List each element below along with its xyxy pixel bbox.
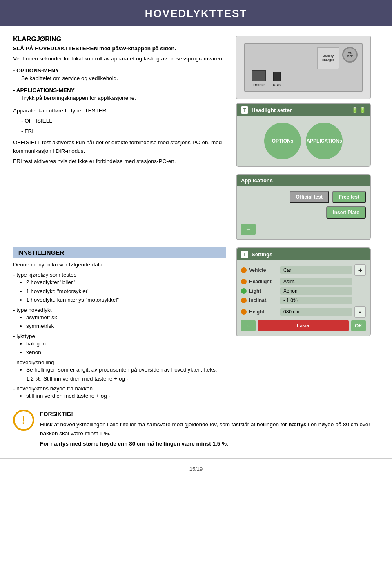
inclinat-indicator [241,298,247,303]
forsiktig-text2: For nærlys med større høyde enn 80 cm må… [40,439,379,448]
type-headlight-label: - type hovedlykt [13,307,226,313]
laser-button[interactable]: Laser [258,320,349,331]
height-bullet-list: still inn verdien med tastene + og -. [26,392,226,401]
settings-titlebar-icon: T [241,251,248,258]
inclinat-label: Inclinat. [249,298,278,303]
applications-screen: Applications Official test Free test Ins… [236,174,371,240]
battery-icon-1: 🔋 [352,107,358,113]
forsiktig-paragraph1: Husk at hovedlykthellingen i alle tilfel… [40,420,379,438]
left-column: KLARGJØRING SLÅ PÅ HOVEDLYKTTESTEREN med… [13,36,226,240]
battery-charger-label: Batterycharger [322,54,334,63]
usb-label: USB [273,83,281,87]
settings-body: Vehicle Car + Headlight Asim. Lig [237,260,370,336]
klargjoring-text1: SLÅ PÅ HOVEDLYKTTESTEREN med på/av-knapp… [13,45,226,53]
insert-plate-button[interactable]: Insert Plate [326,206,366,219]
bullet5: symmetrisk [26,322,226,331]
slope-label: - hovedlyshelling [13,359,226,365]
innstillinger-right: T Settings Vehicle Car + Headlight [236,247,379,401]
headlight-value: Asim. [280,278,352,285]
offisiell-text: OFFISIELL test aktiveres kun når det er … [13,139,226,156]
light-type-label: - lykttype [13,333,226,339]
official-test-button[interactable]: Official test [290,191,329,203]
options-button[interactable]: OPTIONs [264,123,301,159]
height-label: - hovedlyktens høyde fra bakken [13,385,226,392]
bullet2: 1 hovedlykt: "motorsykler" [26,287,226,296]
fri-text: FRI test aktiveres hvis det ikke er forb… [13,157,226,166]
options-menu-text: Se kapittelet om service og vedlikehold. [21,74,226,83]
on-off-button[interactable]: ON OFF [342,47,358,63]
settings-back-button[interactable]: ← [241,320,256,331]
settings-row-height: Height 080 cm - [241,306,366,318]
settings-screen: T Settings Vehicle Car + Headlight [236,247,371,336]
settings-row-headlight: Headlight Asim. [241,278,366,285]
type1-text: - OFFISIELL [21,117,226,125]
battery-charger-box: Batterycharger [317,47,339,69]
applications-menu-text: Trykk på berøringsknappen for applikasjo… [21,94,226,103]
innstillinger-intro: Denne menyen krever følgende data: [13,261,226,269]
device-panel-inner: ON OFF Batterycharger R [244,43,363,92]
type-vehicle-label: - type kjøretøy som testes [13,272,226,278]
free-test-button[interactable]: Free test [332,191,366,203]
applications-menu-item: - APPLICATIONS-MENY [13,87,226,93]
bullet1: 2 hovedlykter "biler" [26,278,226,287]
usb-port-group: USB [273,72,281,87]
settings-titlebar: T Settings [237,248,370,260]
usb-port [273,72,281,81]
headlight-bullet-list: asymmetrisk symmetrisk [26,313,226,331]
page-footer: 15/19 [0,458,392,476]
page-title: HOVEDLYKTTEST [145,7,247,20]
slope-text: Se hellingen som er angitt av produsente… [26,365,226,383]
warning-icon: ! [13,410,34,431]
light-value: Xenon [280,287,352,295]
apparatus-text: Apparatet kan utføre to typer TESTER: [13,107,226,115]
main-top-content: KLARGJØRING SLÅ PÅ HOVEDLYKTTESTEREN med… [0,26,392,240]
height-settings-value: 080 cm [280,308,352,316]
bullet3: 1 hovedlykt, kun nærlys "motorsykkel" [26,296,226,305]
forsiktig-text: FORSIKTIG! Husk at hovedlykthellingen i … [40,410,379,448]
light-indicator [241,288,247,294]
app-titlebar: Applications [237,175,370,186]
on-label: ON [348,52,352,55]
app-back-button[interactable]: ← [241,224,256,235]
light-bullet-list: halogen xenon [26,339,226,357]
app-body: Official test Free test Insert Plate ← [237,186,370,239]
options-menu-item: - OPTIONS-MENY [13,67,226,74]
settings-row-vehicle: Vehicle Car + [241,264,366,276]
headlight-screen-title: Headlight setter [252,107,292,113]
slope-bullet-list: Se hellingen som er angitt av produsente… [26,365,226,383]
height-indicator [241,309,247,315]
applications-button[interactable]: APPLICATIONs [306,123,343,159]
settings-row-inclinat: Inclinat. - 1,0% [241,297,366,304]
settings-footer: ← Laser OK [241,320,366,333]
vehicle-indicator [241,267,247,273]
applications-menu-label: - APPLICATIONS-MENY [13,87,75,93]
rs232-label: RS232 [253,83,265,87]
height-text: still inn verdien med tastene + og -. [26,392,226,401]
vehicle-value: Car [280,266,352,274]
light-label: Light [249,288,278,294]
innstillinger-left: INNSTILLINGER Denne menyen krever følgen… [13,247,226,401]
inclinat-value: - 1,0% [280,297,352,304]
device-panel: ON OFF Batterycharger R [236,36,371,99]
ok-button[interactable]: OK [351,320,366,331]
headlight-titlebar: T Headlight setter 🔋 🔋 [237,104,370,116]
forsiktig-title: FORSIKTIG! [40,410,379,419]
headlight-screen-body: OPTIONs APPLICATIONs [237,116,370,166]
height-minus-button[interactable]: - [354,306,366,318]
klargjoring-text2: Vent noen sekunder for lokal kontroll av… [13,55,226,63]
klargjoring-heading: KLARGJØRING [13,36,226,43]
right-column: ON OFF Batterycharger R [236,36,379,240]
headlight-screen: T Headlight setter 🔋 🔋 OPTIONs APPLICATI… [236,103,371,167]
innstillinger-section: INNSTILLINGER Denne menyen krever følgen… [0,247,392,401]
vehicle-plus-button[interactable]: + [354,264,366,276]
bullet4: asymmetrisk [26,313,226,322]
forsiktig-text1: Husk at hovedlykthellingen i alle tilfel… [40,421,288,428]
rs232-port-group: RS232 [252,70,266,87]
headlight-titlebar-icon: T [241,106,248,114]
headlight-indicator [241,279,247,284]
innstillinger-heading: INNSTILLINGER [13,247,226,258]
headlight-label: Headlight [249,279,278,284]
off-label: OFF [347,55,353,58]
page: HOVEDLYKTTEST KLARGJØRING SLÅ PÅ HOVEDLY… [0,0,392,571]
forsiktig-section: ! FORSIKTIG! Husk at hovedlykthellingen … [0,405,392,455]
